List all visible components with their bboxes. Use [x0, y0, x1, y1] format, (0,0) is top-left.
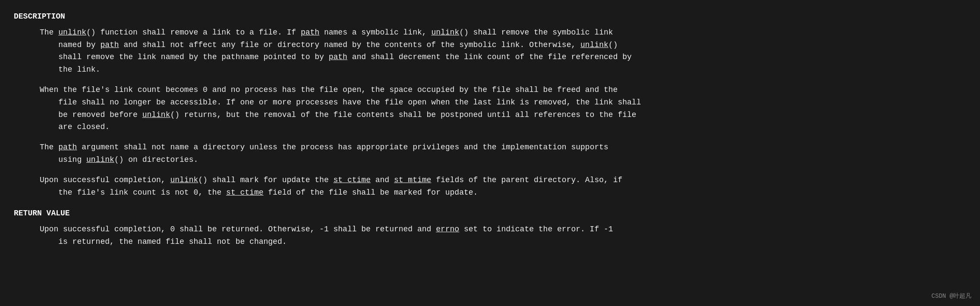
description-header: DESCRIPTION: [14, 10, 966, 23]
text: Upon successful completion, 0 shall be r…: [40, 225, 436, 233]
unlink-link-5: unlink: [86, 155, 114, 164]
man-page-content: DESCRIPTION The unlink() function shall …: [14, 10, 966, 248]
text: () shall mark for update the: [198, 176, 333, 184]
text: Upon successful completion,: [40, 176, 170, 184]
path-link-2: path: [100, 41, 119, 49]
text: () on directories.: [114, 155, 198, 164]
description-paragraph-4: Upon successful completion, unlink() sha…: [40, 174, 966, 199]
text: and: [371, 176, 394, 184]
return-value-paragraph-1: Upon successful completion, 0 shall be r…: [40, 223, 966, 248]
description-section: DESCRIPTION The unlink() function shall …: [14, 10, 966, 199]
text: () function shall remove a link to a fil…: [86, 28, 301, 37]
unlink-link-3: unlink: [580, 41, 608, 49]
path-link-4: path: [58, 143, 77, 151]
unlink-link-1: unlink: [58, 28, 86, 37]
text: names a symbolic link,: [319, 28, 431, 37]
st-ctime-link-1: st_ctime: [334, 176, 371, 184]
text: The: [40, 28, 58, 37]
path-link-1: path: [301, 28, 319, 37]
unlink-link-2: unlink: [431, 28, 459, 37]
errno-link-1: errno: [436, 225, 459, 233]
watermark: CSDN @叶超凡: [932, 291, 971, 301]
path-link-3: path: [329, 53, 347, 61]
description-paragraph-2: When the file's link count becomes 0 and…: [40, 84, 966, 133]
description-content: The unlink() function shall remove a lin…: [14, 26, 966, 199]
return-value-header: RETURN VALUE: [14, 207, 966, 220]
text: The: [40, 143, 58, 151]
st-mtime-link-1: st_mtime: [394, 176, 431, 184]
text: field of the file shall be marked for up…: [264, 188, 478, 197]
unlink-link-6: unlink: [170, 176, 198, 184]
description-paragraph-3: The path argument shall not name a direc…: [40, 141, 966, 166]
description-paragraph-1: The unlink() function shall remove a lin…: [40, 26, 966, 76]
st-ctime-link-2: st_ctime: [226, 188, 263, 197]
unlink-link-4: unlink: [142, 110, 170, 119]
return-value-section: RETURN VALUE Upon successful completion,…: [14, 207, 966, 248]
return-value-content: Upon successful completion, 0 shall be r…: [14, 223, 966, 248]
text: and shall not affect any file or directo…: [119, 41, 580, 49]
